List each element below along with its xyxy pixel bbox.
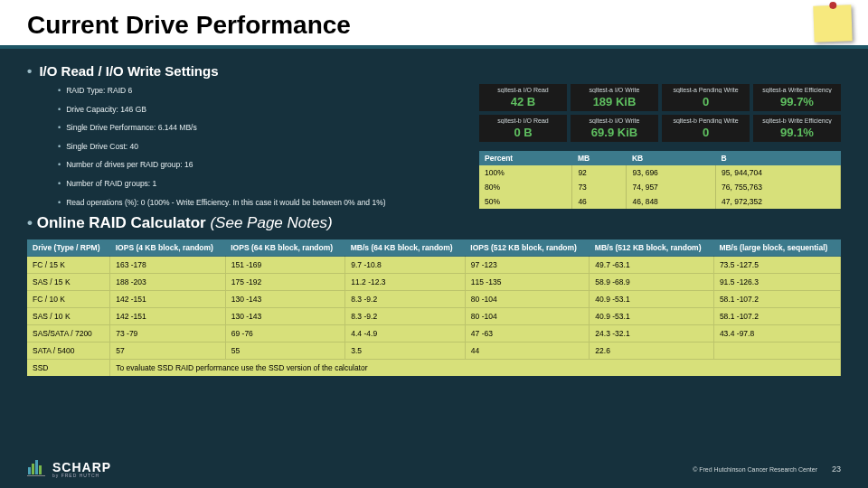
td: 4.4 -4.9 [345,325,466,343]
tile-value: 99.1% [757,126,837,139]
td: 74, 957 [627,180,716,194]
td: 40.9 -53.1 [590,291,714,308]
tile-value: 69.9 KiB [574,126,655,139]
ssd-note: To evaluate SSD RAID performance use the… [110,360,841,377]
table-row: SATA / 540057553.54422.6 [27,343,841,360]
td: 58.1 -107.2 [713,291,840,308]
td: 73.5 -127.5 [713,257,840,274]
td: 188 -203 [110,274,226,291]
tile-label: sqltest-a Write Efficiency [757,87,837,93]
td: FC / 15 K [27,257,110,274]
td: 92 [572,165,627,180]
logo-text-wrap: SCHARP by FRED HUTCH [52,460,111,478]
tile-label: sqltest-b Write Efficiency [757,117,837,124]
td: 115 -135 [465,274,590,291]
td: 73 -79 [110,325,226,343]
td: 97 -123 [465,257,590,274]
table-header-row: Percent MB KB B [479,151,841,165]
td: 9.7 -10.8 [345,257,466,274]
td: 58.9 -68.9 [590,274,714,291]
section-heading-calc-text: Online RAID Calculator [37,214,206,231]
td: 49.7 -63.1 [590,257,714,274]
tile-label: sqltest-b I/O Read [483,117,563,124]
bullet-dot-icon: • [27,63,32,79]
th: IOPS (4 KB block, random) [110,239,226,257]
td: 93, 696 [627,165,716,180]
td: 142 -151 [110,308,226,325]
td: FC / 10 K [27,291,110,308]
table-row-ssd: SSD To evaluate SSD RAID performance use… [27,360,841,377]
td: 73 [572,180,627,194]
left-column: RAID Type: RAID 6 Drive Capacity: 146 GB… [27,84,461,232]
metric-tile: sqltest-a Write Efficiency99.7% [753,84,841,111]
th: MB [572,151,627,165]
th: IOPS (512 KB block, random) [465,239,590,257]
td: 44 [465,343,590,360]
th: KB [627,151,716,165]
td: 8.3 -9.2 [345,291,466,308]
metric-tile: sqltest-b Write Efficiency99.1% [753,115,841,142]
tile-value: 0 [665,126,746,139]
td: 142 -151 [110,291,226,308]
table-row: 100%9293, 69695, 944,704 [479,165,841,180]
td: SAS / 15 K [27,274,110,291]
td: 175 -192 [225,274,345,291]
list-item: Number of drives per RAID group: 16 [58,158,461,172]
td: 80% [479,180,572,194]
td: 57 [110,343,226,360]
tile-label: sqltest-a Pending Write [665,87,746,93]
table-row: 80%7374, 95776, 755,763 [479,180,841,194]
slide-title: Current Drive Performance [27,11,841,40]
td: 91.5 -126.3 [713,274,840,291]
th: MB/s (64 KB block, random) [345,239,466,257]
settings-list: RAID Type: RAID 6 Drive Capacity: 146 GB… [58,84,461,209]
td: 40.9 -53.1 [590,308,714,325]
td: 50% [479,194,572,209]
td: 47 -63 [465,325,590,343]
metric-tile: sqltest-b Pending Write0 [662,115,750,142]
table-row: SAS / 10 K142 -151130 -1438.3 -9.280 -10… [27,308,841,325]
td: 151 -169 [225,257,345,274]
td: 95, 944,704 [716,165,841,180]
tile-value: 42 B [483,95,563,108]
list-item: RAID Type: RAID 6 [58,84,461,98]
th: MB/s (large block, sequential) [713,239,840,257]
td: SSD [27,360,110,377]
metric-tile: sqltest-a I/O Read42 B [479,84,567,111]
tile-value: 0 [665,95,746,108]
td: 55 [225,343,345,360]
section-heading-calc: • Online RAID Calculator (See Page Notes… [27,214,461,232]
tile-label: sqltest-b Pending Write [665,117,746,124]
td: 163 -178 [110,257,226,274]
td: 80 -104 [465,308,590,325]
td: 130 -143 [225,308,345,325]
td: 22.6 [590,343,714,360]
tile-value: 0 B [483,126,563,139]
td: 100% [479,165,572,180]
right-column: sqltest-a I/O Read42 B sqltest-a I/O Wri… [479,84,841,232]
td: 76, 755,763 [716,180,841,194]
td: 47, 972,352 [716,194,841,209]
td: 3.5 [345,343,466,360]
td: SAS / 10 K [27,308,110,325]
percent-table: Percent MB KB B 100%9293, 69695, 944,704… [479,151,841,209]
td: 46, 848 [627,194,716,209]
metric-tile: sqltest-a I/O Write189 KiB [571,84,658,111]
th: MB/s (512 KB block, random) [590,239,714,257]
list-item: Read operations (%): 0 (100% - Write Eff… [58,196,461,210]
copyright-text: © Fred Hutchinson Cancer Research Center [693,466,817,473]
tile-value: 99.7% [757,95,837,108]
sticky-note-icon [813,5,852,42]
list-item: Drive Capacity: 146 GB [58,103,461,117]
td: 130 -143 [225,291,345,308]
th: Percent [479,151,572,165]
table-row: FC / 10 K142 -151130 -1438.3 -9.280 -104… [27,291,841,308]
td: 80 -104 [465,291,590,308]
td: 11.2 -12.3 [345,274,466,291]
big-table-wrap: Drive (Type / RPM) IOPS (4 KB block, ran… [0,232,868,376]
metric-tile: sqltest-a Pending Write0 [662,84,750,111]
th: IOPS (64 KB block, random) [225,239,345,257]
section-heading-calc-note: (See Page Notes) [210,214,332,231]
slide: Current Drive Performance • I/O Read / I… [0,0,868,488]
td: 8.3 -9.2 [345,308,466,325]
